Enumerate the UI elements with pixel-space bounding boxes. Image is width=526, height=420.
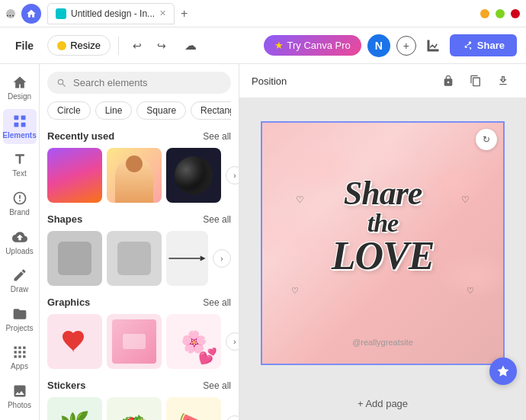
canvas-resize-handle[interactable]: ↻ [476, 129, 497, 150]
shape-thumb-3[interactable] [166, 231, 208, 286]
add-page-btn[interactable]: + Add page [348, 395, 417, 412]
heart-small-emoji: 💕 [198, 347, 217, 365]
copy-icon [470, 75, 482, 87]
cloud-save-btn[interactable]: ☁ [180, 35, 201, 56]
try-canva-label: Try Canva Pro [287, 40, 351, 51]
close-btn[interactable] [511, 9, 520, 18]
filter-line[interactable]: Line [95, 101, 133, 120]
graphic-thumb-3[interactable]: 🌸 💕 [166, 314, 221, 369]
stickers-see-all[interactable]: See all [203, 380, 231, 391]
new-tab-btn[interactable]: + [178, 7, 191, 21]
maximize-btn[interactable] [496, 9, 505, 18]
svg-rect-4 [14, 347, 16, 349]
text-icon [12, 152, 27, 167]
filter-rectangle[interactable]: Rectang... [191, 101, 231, 120]
search-input[interactable] [73, 77, 222, 88]
sidebar-item-design[interactable]: Design [3, 70, 37, 106]
shape-thumb-2[interactable] [107, 231, 162, 286]
analytics-btn[interactable] [422, 35, 444, 56]
sidebar-label-draw: Draw [11, 285, 28, 293]
elements-icon [12, 114, 27, 129]
recent-thumb-1[interactable] [47, 148, 102, 203]
arrow-shape-icon [166, 249, 208, 268]
canvas-frame[interactable]: Share the LOVE ♡ ♡ ♡ ♡ @reallygreatsite … [261, 121, 505, 365]
sticker-thumb-1[interactable]: 🌿 [47, 397, 102, 420]
share-word: Share [332, 176, 435, 210]
filter-square[interactable]: Square [136, 101, 186, 120]
canvas-scroll[interactable]: Share the LOVE ♡ ♡ ♡ ♡ @reallygreatsite … [239, 98, 526, 387]
redo-btn[interactable]: ↪ [151, 35, 172, 56]
magic-floating-btn[interactable] [489, 357, 517, 385]
recently-used-see-all[interactable]: See all [203, 131, 231, 142]
svg-rect-10 [14, 355, 16, 357]
heart-deco-right: ♡ [461, 194, 470, 205]
graphics-see-all[interactable]: See all [203, 297, 231, 308]
undo-btn[interactable]: ↩ [127, 35, 148, 56]
sidebar-item-brand[interactable]: Brand [3, 186, 37, 222]
title-bar-dots: ··· [6, 9, 15, 18]
design-icon [12, 75, 27, 90]
sidebar-item-draw[interactable]: Draw [3, 263, 37, 299]
svg-rect-5 [18, 347, 21, 349]
heart-deco-left: ♡ [296, 194, 304, 205]
graphic-thumb-1[interactable] [47, 314, 102, 369]
resize-button[interactable]: Resize [47, 35, 111, 56]
stickers-title: Stickers [47, 380, 86, 391]
recent-thumb-2[interactable] [107, 148, 162, 203]
sidebar-item-projects[interactable]: Projects [3, 301, 37, 337]
add-account-btn[interactable]: + [396, 36, 416, 56]
search-icon [56, 78, 67, 88]
sidebar-label-projects: Projects [5, 324, 33, 332]
sidebar-item-apps[interactable]: Apps [3, 340, 37, 376]
home-icon[interactable] [21, 4, 41, 24]
lock-icon-btn[interactable] [438, 70, 459, 91]
uploads-icon [12, 229, 27, 245]
stickers-chevron[interactable]: › [226, 415, 239, 420]
resize-label: Resize [70, 40, 101, 51]
shapes-row: › [47, 231, 231, 286]
window-controls [480, 9, 520, 18]
sticker-thumb-3[interactable]: 🍉 [166, 397, 221, 420]
heart-graphic [59, 326, 90, 357]
salad-sticker-icon: 🥗 [120, 412, 149, 421]
sticker-thumb-2[interactable]: 🥗 [107, 397, 162, 420]
sidebar-label-photos: Photos [8, 401, 31, 409]
shapes-title: Shapes [47, 213, 82, 225]
main-layout: Design Elements Text Brand Uploads [0, 64, 526, 420]
stickers-section: Stickers See all 🌿 🥗 🍉 › [47, 380, 231, 420]
watermelon-sticker-icon: 🍉 [178, 410, 209, 420]
apps-icon [12, 345, 27, 360]
share-button[interactable]: Share [450, 34, 517, 56]
graphic-thumb-2[interactable] [107, 314, 162, 369]
tab-close-btn[interactable]: ✕ [159, 8, 166, 18]
stickers-header: Stickers See all [47, 380, 231, 391]
brand-icon [12, 191, 27, 206]
shape-thumb-1[interactable] [47, 231, 102, 286]
recently-used-chevron[interactable]: › [226, 166, 239, 184]
copy-icon-btn[interactable] [465, 70, 486, 91]
try-canva-pro-btn[interactable]: ★ Try Canva Pro [264, 35, 361, 56]
sidebar-item-uploads[interactable]: Uploads [3, 224, 37, 260]
export-icon-btn[interactable] [492, 70, 514, 91]
shapes-chevron[interactable]: › [213, 249, 231, 268]
position-bar: Position [239, 64, 526, 98]
recent-thumb-3[interactable] [166, 148, 221, 203]
shapes-section: Shapes See all › [47, 213, 231, 286]
position-label: Position [252, 75, 287, 87]
sidebar-label-apps: Apps [11, 362, 28, 370]
shapes-see-all[interactable]: See all [203, 214, 231, 225]
add-page-bar: + Add page [239, 387, 526, 420]
file-menu[interactable]: File [9, 37, 40, 55]
user-avatar[interactable]: N [367, 34, 390, 57]
minimize-btn[interactable] [480, 9, 489, 18]
love-word: LOVE [332, 236, 435, 275]
active-tab[interactable]: Untitled design - In... ✕ [47, 3, 175, 24]
sidebar-item-elements[interactable]: Elements [3, 109, 37, 145]
sidebar-item-text[interactable]: Text [3, 147, 37, 183]
sidebar-item-photos[interactable]: Photos [3, 379, 37, 415]
sidebar-label-text: Text [12, 169, 26, 178]
graphics-chevron[interactable]: › [226, 332, 239, 351]
filter-circle[interactable]: Circle [47, 101, 91, 120]
svg-rect-11 [18, 355, 21, 357]
tab-area: Untitled design - In... ✕ + [47, 3, 474, 24]
